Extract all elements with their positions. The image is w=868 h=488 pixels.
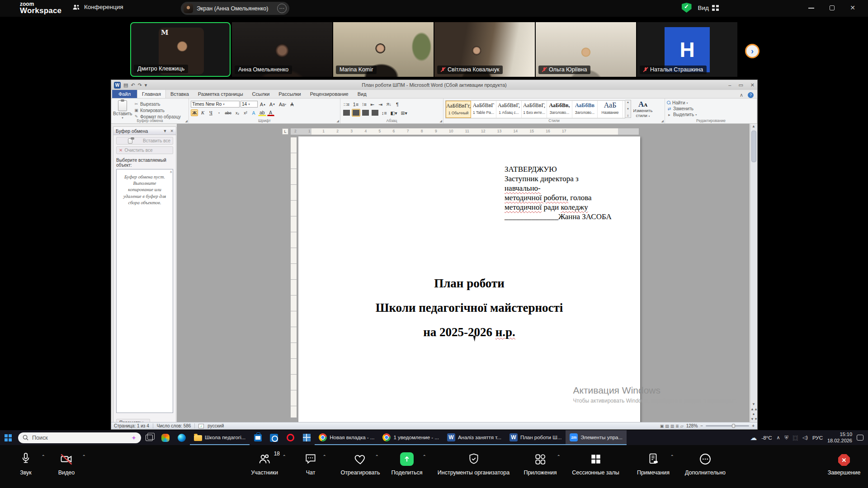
shading-button[interactable]: ◧▾ <box>389 109 398 116</box>
spellcheck-icon[interactable]: ✓ <box>198 424 204 428</box>
style-item[interactable]: АаБНазвание <box>598 101 623 118</box>
volume-icon[interactable]: ◁) <box>802 435 808 441</box>
keyboard-language[interactable]: РУС <box>812 435 823 441</box>
apps-chevron-icon[interactable]: ⌃ <box>557 454 561 459</box>
subscript-button[interactable]: x₂ <box>234 109 241 116</box>
security-tray-icon[interactable]: ⛨ <box>785 435 788 441</box>
scrollbar-thumb[interactable] <box>751 131 756 162</box>
find-button[interactable]: Найти▾ <box>667 100 755 106</box>
clock[interactable]: 15:10 18.02.2026 <box>827 432 852 444</box>
styles-gallery-scroll[interactable]: ▲▼≡ <box>625 100 631 118</box>
collapse-ribbon-icon[interactable]: ∧ <box>740 92 743 98</box>
horizontal-ruler[interactable]: 2 1 1 2 3 4 5 6 7 8 9 10 11 12 13 14 15 … <box>291 128 639 135</box>
replace-button[interactable]: ⇄Заменить <box>667 106 755 112</box>
notes-chevron-icon[interactable]: ⌃ <box>670 454 674 459</box>
scroll-up-icon[interactable]: ∧ <box>170 170 172 174</box>
scroll-down-arrow-icon[interactable]: ▼ <box>750 402 757 407</box>
underline-chevron-icon[interactable]: ▾ <box>215 109 222 116</box>
minimize-button[interactable] <box>808 8 814 9</box>
audio-button[interactable]: ⌃ Звук <box>10 450 42 476</box>
taskbar-window-explorer[interactable]: Школа педагогі... <box>190 430 250 445</box>
web-layout-view-icon[interactable]: ▥ <box>670 424 675 428</box>
font-color-button[interactable]: А <box>267 109 274 116</box>
change-case-button[interactable]: Аа▾ <box>278 101 288 108</box>
outline-view-icon[interactable]: ≣ <box>675 424 679 428</box>
draft-view-icon[interactable]: ▱ <box>680 424 684 428</box>
weather-icon[interactable]: ☁ <box>750 434 757 442</box>
font-size-select[interactable]: 14▾ <box>241 101 258 108</box>
next-participants-button[interactable]: › <box>745 44 760 58</box>
chevron-down-icon[interactable]: ⌄ <box>58 6 61 11</box>
text-effects-button[interactable]: А <box>250 109 257 116</box>
breakout-rooms-button[interactable]: Сессионные залы <box>567 450 624 476</box>
dialog-launcher-icon[interactable]: ◢ <box>661 119 664 123</box>
superscript-button[interactable]: x² <box>242 109 249 116</box>
tab-stop-selector[interactable]: L <box>282 128 288 135</box>
view-button[interactable]: Вид <box>698 5 719 11</box>
previous-page-button[interactable]: ▲▲ <box>750 407 757 412</box>
sort-button[interactable]: Я↓ <box>385 101 393 108</box>
align-right-button[interactable] <box>361 109 370 117</box>
font-name-select[interactable]: Times New Ro▾ <box>191 101 240 108</box>
style-item[interactable]: АаБбВвГ,1 Абзац с... <box>496 101 522 118</box>
tab-home[interactable]: Главная <box>137 89 166 98</box>
zoom-in-button[interactable]: + <box>752 423 755 428</box>
tray-chevron-icon[interactable]: ∧ <box>776 435 780 441</box>
store-button[interactable] <box>252 432 264 444</box>
style-item[interactable]: АаБбВвГг,1 Обычный <box>446 101 471 118</box>
share-button[interactable]: ⌃ Поделиться <box>387 450 427 476</box>
tab-review[interactable]: Рецензирование <box>306 90 353 98</box>
cut-button[interactable]: ✂Вырезать <box>134 101 187 107</box>
start-button[interactable] <box>2 432 14 444</box>
maximize-button[interactable] <box>830 5 835 10</box>
select-button[interactable]: ▸Выделить▾ <box>667 112 755 117</box>
close-button[interactable]: ✕ <box>850 5 855 11</box>
italic-button[interactable]: К <box>199 109 206 116</box>
tab-file[interactable]: Файл <box>112 90 137 98</box>
scroll-up-arrow-icon[interactable]: ▲ <box>750 124 757 128</box>
audio-chevron-icon[interactable]: ⌃ <box>42 454 45 459</box>
tab-page-layout[interactable]: Разметка страницы <box>193 90 248 98</box>
fullscreen-view-icon[interactable]: ▤ <box>665 424 669 428</box>
share-chevron-icon[interactable]: ⌃ <box>423 454 426 459</box>
video-chevron-icon[interactable]: ⌃ <box>82 454 86 459</box>
notification-center-icon[interactable] <box>857 435 863 441</box>
bold-button[interactable]: Ж <box>191 109 198 116</box>
underline-button[interactable]: Ч <box>207 109 214 116</box>
align-center-button[interactable] <box>352 109 360 117</box>
security-shield-icon[interactable] <box>682 3 692 13</box>
style-item[interactable]: АаБбВвГ,1 Без инте... <box>522 101 547 118</box>
tab-view[interactable]: Вид <box>353 90 371 98</box>
dialog-launcher-icon[interactable]: ◢ <box>440 119 442 123</box>
style-item[interactable]: АаБбВв,Заголово... <box>547 101 572 118</box>
numbering-button[interactable]: 1≡ <box>352 101 360 108</box>
copilot-button[interactable] <box>160 432 171 444</box>
grow-font-button[interactable]: А▲ <box>259 101 267 108</box>
change-styles-button[interactable]: АА Изменить стили ▾ <box>631 100 655 117</box>
tab-meeting[interactable]: Конференция <box>72 4 123 10</box>
temperature[interactable]: -8°C <box>761 435 772 441</box>
taskbar-window-word-analysis[interactable]: W Аналіз заняття т... <box>443 430 505 445</box>
edge-button[interactable] <box>176 432 188 444</box>
page-indicator[interactable]: Страница: 1 из 4 <box>114 423 149 428</box>
copy-button[interactable]: ▣Копировать <box>134 107 187 113</box>
style-item[interactable]: АаБбВвГ1 Table Pa... <box>471 101 496 118</box>
increase-indent-button[interactable]: ⇥ <box>377 101 384 108</box>
vertical-ruler[interactable] <box>291 137 297 418</box>
participant-tile[interactable]: Marina Komir <box>333 22 434 77</box>
word-maximize-button[interactable]: ▭ <box>738 82 743 88</box>
taskbar-window-chrome-newtab[interactable]: Новая вкладка - ... <box>315 430 378 445</box>
participant-tile[interactable]: Н Наталья Страшкина <box>637 22 737 77</box>
zoom-level[interactable]: 128% <box>686 423 698 428</box>
taskbar-window-chrome-notification[interactable]: 1 уведомление - ... <box>378 430 443 445</box>
more-options-icon[interactable]: ··· <box>277 4 287 13</box>
tab-mailings[interactable]: Рассылки <box>274 90 305 98</box>
word-minimize-button[interactable]: – <box>728 82 731 88</box>
next-page-button[interactable]: ▼▼ <box>750 417 757 422</box>
network-icon[interactable]: ⿴ <box>793 434 798 441</box>
tab-references[interactable]: Ссылки <box>248 90 274 98</box>
word-vertical-scrollbar[interactable]: ▲ ▼ ▲▲ ● ▼▼ <box>750 124 757 422</box>
video-button[interactable]: ⌃ Видео <box>51 450 82 476</box>
participant-tile[interactable]: Світлана Ковальчук <box>434 22 535 77</box>
show-marks-button[interactable]: ¶ <box>394 101 401 108</box>
